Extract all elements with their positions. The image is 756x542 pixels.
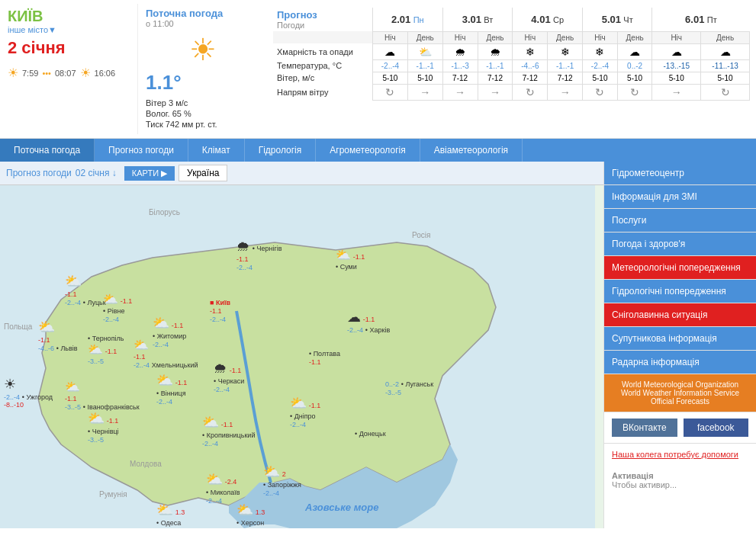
day4-num: 5.01: [602, 14, 621, 25]
map-city-krop: ⛅ -1.1 • Кропивницький -2..-4: [202, 414, 255, 447]
dir-c3: →: [442, 84, 478, 100]
nav-item-agro[interactable]: Агрометеорологія: [316, 139, 420, 162]
pressure-value: 742 мм рт. ст.: [166, 120, 217, 129]
wmo-line3: Official Forecasts: [612, 397, 748, 406]
map-city-donetsk: • Донецьк: [355, 429, 386, 438]
col-day-5: День: [701, 31, 750, 43]
wind-dir-row: Напрям вітру ↻ → → → ↻ → ↻ ↻ → ↻: [273, 84, 750, 100]
activation-title: Активація: [612, 471, 748, 480]
sidebar-item-met-warnings[interactable]: Метеорологічні попередження: [604, 256, 756, 280]
map-city-cherkasy: 🌧 -1.1 • Черкаси -2..-4: [214, 361, 244, 393]
map-date[interactable]: 02 січня ↓: [76, 168, 117, 178]
col-day-1: День: [407, 31, 442, 43]
sidebar-item-services[interactable]: Послуги: [604, 209, 756, 233]
help-link[interactable]: Наша колега потребує допомоги: [604, 444, 756, 465]
wind-c3: 7-12: [442, 72, 478, 84]
humidity-value: 65 %: [172, 109, 191, 118]
nav-item-hydro[interactable]: Гідрологія: [245, 139, 317, 162]
day5-name: Пт: [707, 15, 717, 24]
forecast-day-1: 2.01 Пн: [373, 8, 443, 31]
cloud-c9: ☁: [652, 43, 701, 59]
map-section: Прогноз погоди 02 січня ↓ КАРТИ ▶ Україн…: [0, 162, 603, 528]
humidity-label: Волог.: [146, 109, 170, 118]
pressure-label: Тиск: [146, 120, 163, 129]
current-time: о 11:00: [146, 19, 259, 28]
col-day-3: День: [548, 31, 583, 43]
sunrise-icon: ☀: [8, 66, 18, 80]
map-city-kharkiv: ☁ -1.1 -2..-4 • Харків: [347, 309, 390, 334]
nav-item-current[interactable]: Поточна погода: [0, 139, 95, 162]
sea-label-azov: Азовське море: [305, 502, 378, 513]
wind-c1: 5-10: [373, 72, 408, 84]
sidebar-item-snow[interactable]: Сніголавинна ситуація: [604, 303, 756, 327]
facebook-button[interactable]: facebook: [684, 419, 749, 437]
cloud-c6: ❄: [548, 43, 583, 59]
help-anchor[interactable]: Наша колега потребує допомоги: [612, 450, 738, 459]
wind-value: 3 м/с: [169, 98, 188, 107]
temp-c6: -1..-1: [548, 59, 583, 72]
forecast-day-5: 6.01 Пт: [652, 8, 750, 31]
forecast-title-text: Прогноз: [277, 9, 368, 21]
map-city-uzhhorod: ☀ -2..-4 • Ужгород -8..-10: [4, 376, 53, 409]
solar-noon: 08:07: [55, 69, 76, 78]
humidity-row: Волог. 65 %: [146, 109, 259, 118]
social-box: ВКонтакте facebook: [604, 412, 756, 444]
vk-button[interactable]: ВКонтакте: [612, 419, 677, 437]
temp-c10: -11..-13: [701, 59, 750, 72]
cloud-c5: ❄: [513, 43, 548, 59]
cloud-c8: ☁: [617, 43, 651, 59]
sidebar-item-radar[interactable]: Радарна інформація: [604, 351, 756, 374]
nav-item-forecast[interactable]: Прогноз погоди: [95, 139, 188, 162]
sidebar-item-media-info[interactable]: Інформація для ЗМІ: [604, 185, 756, 209]
map-city-mykolaiv: ⛅ -2.4 • Миколаїв -2..-4: [206, 471, 240, 505]
sun-dots: •••: [42, 69, 51, 78]
sidebar-item-hydrometeocenter[interactable]: Гідрометеоцентр: [604, 162, 756, 185]
map-city-vinnytsia: ⛅ -1.1 • Вінниця -2..-4: [156, 372, 187, 406]
dir-c5: ↻: [513, 84, 548, 100]
label-belarus: Білорусь: [149, 208, 180, 216]
map-city-luhansk: 0..-2 • Луганськ -3..-5: [385, 380, 433, 396]
map-city-dnipro: ⛅ -1.1 • Дніпро -2..-4: [290, 395, 320, 428]
map-city-rivne: ⛅ -1.1 • Рівне -2..-4: [103, 292, 132, 323]
clouds-label: Хмарність та опади: [273, 43, 373, 59]
dir-c2: →: [407, 84, 442, 100]
sunset-time: 16:06: [95, 69, 116, 78]
col-day-4: День: [617, 31, 651, 43]
main-content: Прогноз погоди 02 січня ↓ КАРТИ ▶ Україн…: [0, 162, 756, 528]
temp-c9: -13..-15: [652, 59, 701, 72]
wind-c7: 5-10: [583, 72, 618, 84]
day3-num: 4.01: [531, 14, 550, 25]
map-city-lutsk: ⛅ -1.1 -2..-4 • Луцьк: [65, 273, 106, 306]
sidebar-item-satellite[interactable]: Супутникова інформація: [604, 327, 756, 351]
col-night-5: Ніч: [652, 31, 701, 43]
day3-name: Ср: [553, 15, 564, 24]
sidebar: Гідрометеоцентр Інформація для ЗМІ Послу…: [603, 162, 756, 528]
sunset-icon: ☀: [80, 66, 91, 80]
date-display: 2 січня: [8, 38, 130, 58]
map-city-ivfrank: ⛅ -1.1 -3..-5 • Іванофранківськ: [65, 380, 140, 411]
temp-c3: -1..-3: [442, 59, 478, 72]
ukraine-tab[interactable]: Україна: [179, 165, 227, 181]
temp-c8: 0..-2: [617, 59, 651, 72]
label-poland: Польща: [4, 322, 32, 331]
other-city-link[interactable]: інше місто▼: [8, 25, 130, 34]
label-moldova: Молдова: [130, 460, 162, 468]
sidebar-item-hydro-warnings[interactable]: Гідрологічні попередження: [604, 280, 756, 303]
map-city-ternopil: • Тернопіль ⛅ -1.1 -3..-5: [88, 334, 124, 365]
map-city-khmeln: ⛅ -1.1 -2..-4 Хмельницький: [134, 338, 198, 369]
col-day-2: День: [478, 31, 513, 43]
karty-button[interactable]: КАРТИ ▶: [124, 166, 175, 181]
map-container: Білорусь Росія Польща Молдова Румунія ⛅ …: [0, 185, 603, 528]
dir-c7: ↻: [583, 84, 618, 100]
temp-c7: -2..-4: [583, 59, 618, 72]
nav-item-aviation[interactable]: Авіаметеорологія: [420, 139, 523, 162]
forecast-day-4: 5.01 Чт: [583, 8, 652, 31]
nav-item-climate[interactable]: Клімат: [188, 139, 245, 162]
current-temp: 1.1°: [146, 71, 259, 95]
col-night-4: Ніч: [583, 31, 618, 43]
map-toolbar: Прогноз погоди 02 січня ↓ КАРТИ ▶ Україн…: [0, 162, 603, 185]
clouds-row: Хмарність та опади ☁ ⛅ 🌧 🌧 ❄ ❄ ❄ ☁ ☁ ☁: [273, 43, 750, 59]
dir-c4: →: [478, 84, 513, 100]
sidebar-item-health[interactable]: Погода і здоров'я: [604, 233, 756, 256]
wmo-line1: World Meteorological Organization: [612, 380, 748, 389]
